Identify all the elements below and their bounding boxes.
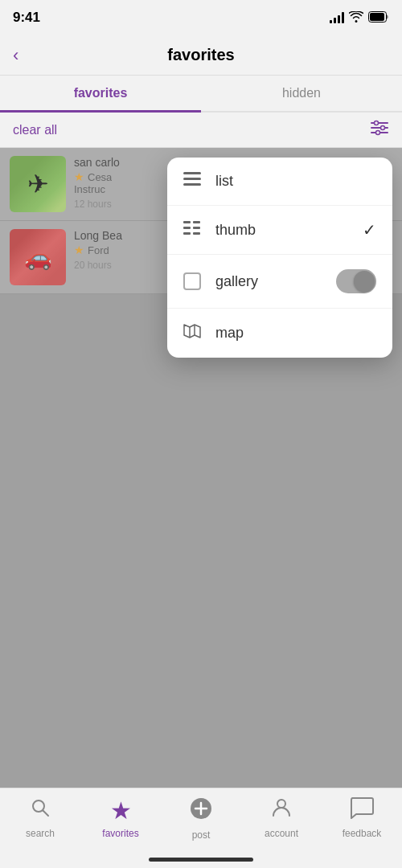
svg-rect-10	[183, 183, 201, 186]
svg-rect-12	[183, 227, 191, 229]
svg-rect-9	[183, 178, 201, 180]
svg-rect-8	[183, 172, 201, 174]
svg-point-5	[375, 121, 379, 125]
svg-rect-15	[193, 227, 200, 229]
status-bar: 9:41	[0, 0, 402, 35]
svg-rect-11	[183, 221, 191, 223]
page-title: favorites	[167, 46, 234, 64]
dropdown-item-gallery[interactable]: gallery	[167, 255, 392, 309]
status-time: 9:41	[13, 10, 40, 26]
dropdown-gallery-label: gallery	[215, 273, 336, 290]
toolbar: clear all	[0, 113, 402, 148]
svg-rect-16	[193, 232, 200, 235]
dropdown-item-list[interactable]: list	[167, 158, 392, 206]
back-button[interactable]: ‹	[13, 45, 18, 66]
tabs: favorites hidden	[0, 76, 402, 113]
dropdown-thumb-label: thumb	[215, 222, 363, 239]
list-icon	[183, 172, 206, 190]
dropdown-map-label: map	[215, 325, 376, 342]
tab-favorites[interactable]: favorites	[0, 76, 201, 111]
check-icon: ✓	[363, 220, 376, 240]
dropdown-item-map[interactable]: map	[167, 309, 392, 358]
clear-all-button[interactable]: clear all	[13, 123, 57, 137]
filter-icon[interactable]	[370, 120, 389, 140]
view-dropdown: list thumb ✓	[167, 158, 392, 358]
svg-rect-13	[183, 232, 191, 235]
svg-rect-1	[370, 13, 384, 21]
toggle-knob	[354, 271, 375, 292]
status-icons	[330, 11, 389, 25]
svg-point-7	[376, 131, 380, 135]
map-icon	[183, 323, 206, 343]
dropdown-overlay[interactable]: list thumb ✓	[0, 148, 402, 868]
app-wrapper: 9:41	[0, 0, 402, 868]
gallery-toggle[interactable]	[336, 269, 376, 293]
content-area: ✈ san carlo ★ Cesa Instruc 12 hours 🚗 Lo…	[0, 148, 402, 868]
wifi-icon	[349, 11, 363, 25]
dropdown-list-label: list	[215, 173, 376, 190]
gallery-icon	[183, 272, 206, 290]
tab-hidden[interactable]: hidden	[201, 76, 402, 111]
svg-rect-14	[193, 221, 200, 223]
signal-icon	[330, 12, 344, 23]
checkbox-icon[interactable]	[183, 272, 201, 290]
thumb-icon	[183, 221, 206, 240]
header: ‹ favorites	[0, 35, 402, 76]
battery-icon	[368, 11, 389, 25]
svg-point-6	[381, 126, 385, 130]
dropdown-item-thumb[interactable]: thumb ✓	[167, 206, 392, 255]
